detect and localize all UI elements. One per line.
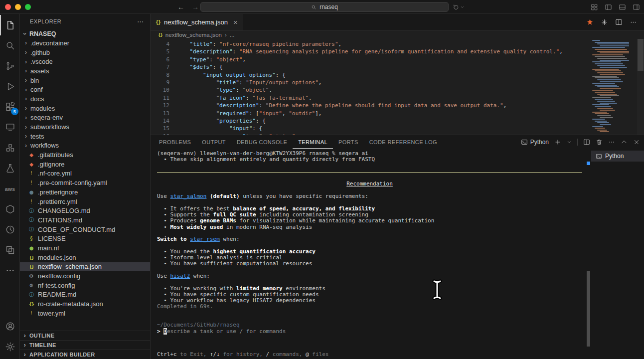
folder-docs[interactable]: ›docs (20, 94, 150, 104)
file-pre-commit-config-yaml[interactable]: !.pre-commit-config.yaml (20, 178, 150, 187)
terminal-scrollbar-thumb[interactable] (587, 271, 590, 347)
file-main-nf[interactable]: ●main.nf (20, 243, 150, 253)
windows-tool-activity-icon[interactable] (0, 240, 20, 260)
editor-actions (586, 14, 644, 30)
close-tab-icon[interactable]: × (233, 18, 238, 26)
file-ro-crate-metadata-json[interactable]: {}ro-crate-metadata.json (20, 299, 150, 309)
tree-root-rnaseq[interactable]: › RNASEQ (20, 29, 150, 38)
editor-scrollbar[interactable] (637, 39, 644, 135)
explorer-more-actions-icon[interactable]: ⋯ (137, 18, 144, 25)
code-line-15: 15 "input": { (151, 125, 589, 132)
terminal-link[interactable]: star_salmon (170, 193, 207, 199)
folder-conf[interactable]: ›conf (20, 85, 150, 94)
extensions-activity-icon[interactable]: 5 (0, 97, 20, 117)
section-timeline[interactable]: ›TIMELINE (20, 340, 150, 350)
accounts-activity-icon[interactable] (0, 316, 20, 337)
aws-activity-icon[interactable]: aws (0, 179, 20, 199)
maximize-panel-icon[interactable] (621, 139, 628, 146)
file-nextflow-schema-json[interactable]: {}nextflow_schema.json (20, 262, 150, 272)
flame-icon[interactable] (586, 18, 594, 26)
terminal-launch-profile[interactable]: Python (521, 139, 549, 146)
terminal-link[interactable]: star_rsem (190, 236, 220, 242)
breadcrumb-file[interactable]: nextflow_schema.json (165, 32, 222, 38)
history-tool-activity-icon[interactable] (0, 219, 20, 240)
item-label: modules (30, 105, 55, 112)
folder-github[interactable]: ›.github (20, 48, 150, 57)
run-and-debug-activity-icon[interactable] (0, 76, 20, 97)
panel-tab-problems[interactable]: PROBLEMS (154, 135, 196, 149)
new-terminal-icon[interactable] (554, 139, 561, 146)
editor-scrollbar-thumb[interactable] (638, 39, 644, 71)
folder-seqera-env[interactable]: ›seqera-env (20, 113, 150, 123)
terminal-instance-python[interactable]: Python (591, 151, 644, 162)
panel-tab-output[interactable]: OUTPUT (196, 135, 231, 149)
terminal-link[interactable]: hisat2 (170, 273, 190, 279)
source-control-activity-icon[interactable] (0, 56, 20, 76)
folder-modules[interactable]: ›modules (20, 104, 150, 113)
close-window-button[interactable] (5, 4, 11, 10)
file-gitattributes[interactable]: ◆.gitattributes (20, 150, 150, 160)
settings-activity-icon[interactable] (0, 337, 20, 357)
grid-layout-icon[interactable] (591, 3, 598, 11)
file-nextflow-config[interactable]: ⚙nextflow.config (20, 271, 150, 281)
split-editor-icon[interactable] (615, 18, 623, 26)
back-button[interactable]: ← (177, 3, 184, 11)
search-activity-icon[interactable] (0, 35, 20, 56)
breadcrumb-more[interactable]: ... (230, 32, 235, 38)
folder-assets[interactable]: ›assets (20, 66, 150, 76)
asterisk-icon[interactable] (601, 18, 608, 26)
command-center-search[interactable]: rnaseq (200, 2, 449, 12)
panel-tab-ports[interactable]: PORTS (333, 135, 364, 149)
folder-subworkflows[interactable]: ›subworkflows (20, 122, 150, 132)
file-code-of-conduct-md[interactable]: ⓘCODE_OF_CONDUCT.md (20, 225, 150, 234)
terminal-scrollbar[interactable] (585, 149, 591, 359)
zoom-window-button[interactable] (25, 4, 31, 10)
tab-nextflow-schema-json[interactable]: {} nextflow_schema.json × (151, 14, 243, 30)
file-nf-core-yml[interactable]: !.nf-core.yml (20, 169, 150, 179)
kill-terminal-icon[interactable] (596, 139, 603, 146)
section-application-builder[interactable]: ›APPLICATION BUILDER (20, 350, 150, 359)
section-outline[interactable]: ›OUTLINE (20, 331, 150, 340)
more-tools-activity-icon[interactable] (0, 260, 20, 281)
minimize-window-button[interactable] (15, 4, 21, 10)
code-token: "input_output_options" (203, 72, 276, 78)
close-panel-icon[interactable] (633, 139, 640, 146)
file-prettierrc-yml[interactable]: !.prettierrc.yml (20, 197, 150, 206)
terminal-dropdown-icon[interactable] (567, 140, 572, 145)
minimap[interactable] (591, 40, 629, 134)
split-terminal-icon[interactable] (583, 139, 590, 146)
session-refresh-button[interactable] (453, 0, 465, 14)
panel-tab-debug-console[interactable]: DEBUG CONSOLE (231, 135, 293, 149)
terminal[interactable]: (seqera-env) llewelyn-van-der-berg@KTW2Y… (151, 149, 585, 359)
file-modules-json[interactable]: {}modules.json (20, 253, 150, 262)
panel-more-actions-icon[interactable] (608, 139, 615, 146)
panel-tab-terminal[interactable]: TERMINAL (293, 135, 333, 149)
file-readme-md[interactable]: ⓘREADME.md (20, 290, 150, 300)
folder-vscode[interactable]: ›.vscode (20, 57, 150, 66)
file-nf-test-config[interactable]: ⚙nf-test.config (20, 281, 150, 290)
forward-button[interactable]: → (192, 3, 199, 11)
file-gitignore[interactable]: ◆.gitignore (20, 160, 150, 169)
file-changelog-md[interactable]: ⓘCHANGELOG.md (20, 206, 150, 215)
panel-tab-code-reference-log[interactable]: CODE REFERENCE LOG (364, 135, 443, 149)
folder-devcontainer[interactable]: ›.devcontainer (20, 38, 150, 48)
code-editor[interactable]: 4 "title": "nf-core/rnaseq pipeline para… (151, 39, 644, 135)
breadcrumb[interactable]: {} nextflow_schema.json › ... (151, 31, 644, 39)
file-citations-md[interactable]: ⓘCITATIONS.md (20, 215, 150, 225)
explorer-activity-icon[interactable] (0, 15, 20, 35)
toggle-panel-icon[interactable] (619, 3, 626, 11)
remote-explorer-activity-icon[interactable] (0, 117, 20, 138)
toggle-primary-sidebar-icon[interactable] (605, 3, 612, 11)
file-license[interactable]: §LICENSE (20, 234, 150, 243)
more-actions-icon[interactable] (630, 18, 637, 26)
containers-activity-icon[interactable] (0, 138, 20, 158)
file-prettierignore[interactable]: ●.prettierignore (20, 187, 150, 197)
testing-activity-icon[interactable] (0, 158, 20, 179)
folder-bin[interactable]: ›bin (20, 76, 150, 85)
file-tower-yml[interactable]: !tower.yml (20, 309, 150, 318)
toggle-secondary-sidebar-icon[interactable] (633, 3, 640, 11)
item-label: CITATIONS.md (38, 216, 82, 224)
hexagon-tool-activity-icon[interactable] (0, 199, 20, 219)
folder-workflows[interactable]: ›workflows (20, 141, 150, 151)
folder-tests[interactable]: ›tests (20, 132, 150, 141)
